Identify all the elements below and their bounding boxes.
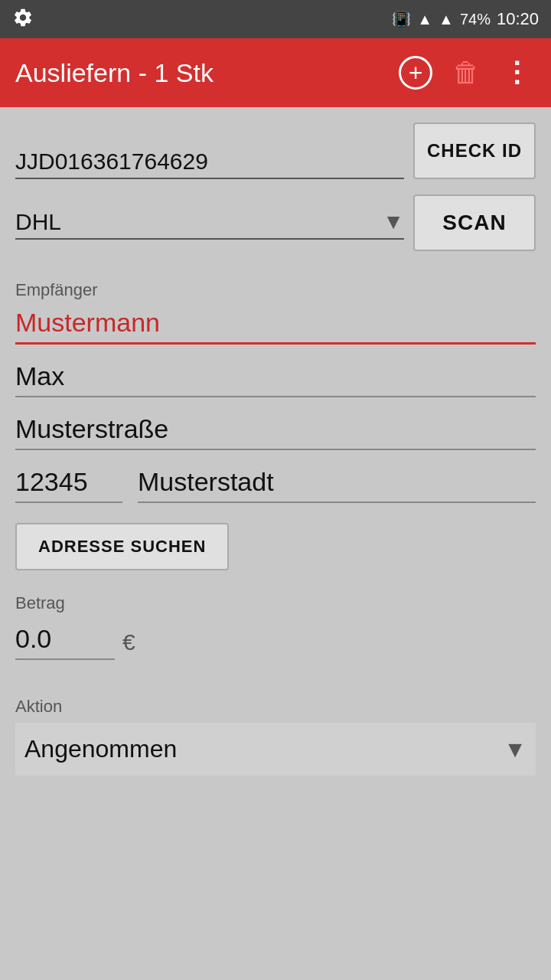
scan-button[interactable]: SCAN — [413, 194, 536, 251]
firstname-input[interactable] — [15, 357, 536, 397]
status-icons: 📳 ▲ ▲ 74% 10:20 — [392, 9, 539, 29]
check-id-button[interactable]: CHECK ID — [413, 122, 536, 179]
zip-input[interactable] — [15, 462, 122, 503]
recipient-label: Empfänger — [15, 280, 536, 300]
add-button[interactable]: + — [396, 54, 435, 92]
delete-button[interactable]: 🗑 — [447, 54, 485, 92]
battery-text: 74% — [460, 11, 491, 28]
wifi-icon: ▲ — [417, 11, 432, 28]
settings-icon[interactable] — [12, 7, 34, 31]
tracking-row: CHECK ID — [15, 122, 536, 179]
aktion-label: Aktion — [15, 697, 536, 717]
clock: 10:20 — [497, 9, 539, 29]
betrag-row: € — [15, 619, 536, 660]
carrier-select[interactable]: DHL ▼ — [15, 206, 404, 240]
more-button[interactable]: ⋮ — [497, 54, 536, 92]
address-search-button[interactable]: ADRESSE SUCHEN — [15, 523, 229, 570]
app-bar: Ausliefern - 1 Stk + 🗑 ⋮ — [0, 38, 551, 107]
lastname-input[interactable] — [15, 303, 536, 345]
status-bar: 📳 ▲ ▲ 74% 10:20 — [0, 0, 551, 38]
vibrate-icon: 📳 — [392, 10, 411, 28]
carrier-label: DHL — [15, 209, 383, 235]
betrag-label: Betrag — [15, 593, 536, 613]
aktion-value: Angenommen — [24, 735, 504, 763]
trash-icon: 🗑 — [452, 57, 480, 89]
aktion-select[interactable]: Angenommen ▼ — [15, 723, 536, 776]
signal-icon: ▲ — [439, 11, 454, 28]
betrag-input[interactable] — [15, 619, 115, 660]
content-area: CHECK ID DHL ▼ SCAN Empfänger ADRESSE SU… — [0, 107, 551, 776]
app-title: Ausliefern - 1 Stk — [15, 58, 384, 88]
chevron-down-icon: ▼ — [383, 210, 404, 234]
currency-symbol: € — [122, 629, 135, 660]
tracking-input[interactable] — [15, 145, 404, 179]
add-icon: + — [399, 56, 432, 90]
carrier-row: DHL ▼ SCAN — [15, 194, 536, 251]
city-input[interactable] — [138, 462, 536, 503]
aktion-chevron-icon: ▼ — [504, 737, 527, 763]
zip-city-row — [15, 462, 536, 503]
street-input[interactable] — [15, 410, 536, 450]
more-icon: ⋮ — [503, 57, 530, 89]
